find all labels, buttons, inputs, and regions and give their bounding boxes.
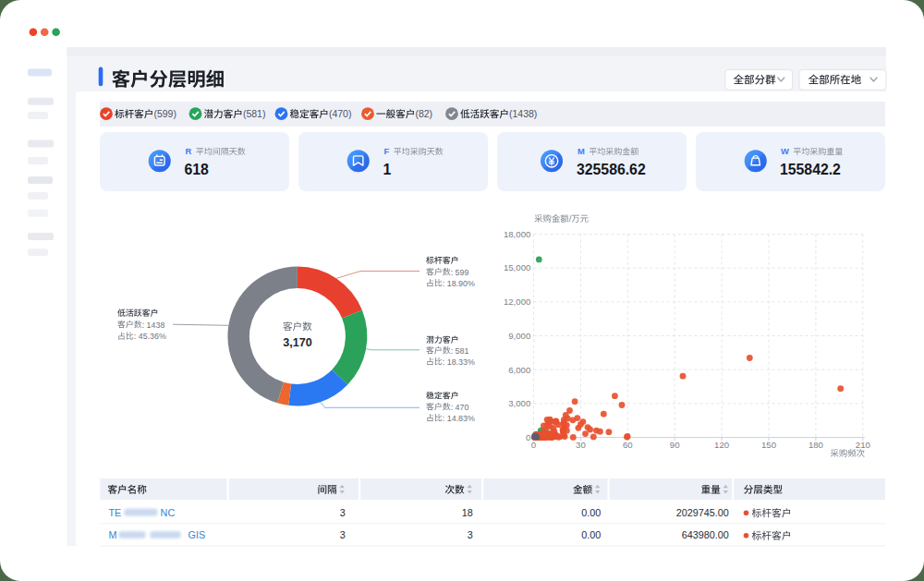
svg-text:: 470: : 470 [451, 403, 469, 412]
svg-text:: 581: : 581 [451, 346, 469, 356]
svg-text:30: 30 [576, 440, 586, 450]
svg-text:: 45.36%: : 45.36% [134, 332, 166, 341]
svg-text:3: 3 [468, 529, 473, 540]
svg-text:6,000: 6,000 [508, 365, 530, 375]
svg-text:150: 150 [761, 440, 776, 450]
svg-text:: 1438: : 1438 [142, 321, 165, 330]
svg-text:: 18.33%: : 18.33% [443, 357, 475, 367]
svg-text:: 18.90%: : 18.90% [443, 279, 475, 288]
svg-text:1: 1 [383, 162, 392, 177]
svg-text:(82): (82) [415, 108, 432, 119]
svg-text:90: 90 [670, 440, 680, 450]
svg-text:R: R [186, 146, 192, 156]
svg-text:18: 18 [462, 507, 473, 518]
svg-text:TE: TE [109, 507, 122, 518]
svg-text:9,000: 9,000 [508, 331, 530, 341]
svg-text:W: W [781, 146, 789, 156]
svg-text:(470): (470) [329, 108, 352, 119]
svg-text:3: 3 [340, 507, 346, 518]
svg-text:M: M [578, 146, 585, 156]
svg-text:180: 180 [808, 440, 823, 450]
svg-text:GIS: GIS [188, 529, 206, 540]
svg-text:618: 618 [185, 162, 210, 177]
svg-text:60: 60 [623, 440, 633, 450]
svg-text:NC: NC [161, 507, 176, 518]
svg-text:325586.62: 325586.62 [577, 162, 646, 177]
svg-text:F: F [384, 146, 390, 156]
svg-text:3,170: 3,170 [283, 336, 312, 349]
svg-text:0: 0 [526, 432, 530, 442]
svg-text:120: 120 [714, 440, 729, 450]
svg-text:0.00: 0.00 [581, 529, 601, 540]
svg-text:: 599: : 599 [451, 268, 469, 277]
svg-text:(599): (599) [153, 108, 176, 119]
svg-text:/: / [569, 213, 572, 224]
svg-text:0: 0 [531, 440, 536, 450]
svg-text:12,000: 12,000 [504, 297, 530, 307]
svg-text:(1438): (1438) [509, 108, 537, 119]
svg-text:15,000: 15,000 [504, 262, 530, 272]
svg-text:M: M [109, 529, 117, 540]
svg-text:643980.00: 643980.00 [682, 529, 729, 540]
svg-text:3,000: 3,000 [508, 398, 530, 408]
svg-text:(581): (581) [243, 108, 266, 119]
svg-text:155842.2: 155842.2 [780, 162, 841, 177]
svg-text:18,000: 18,000 [504, 229, 530, 239]
svg-text:: 14.83%: : 14.83% [443, 414, 475, 423]
svg-text:0.00: 0.00 [581, 507, 601, 518]
svg-text:3: 3 [340, 529, 346, 540]
svg-text:210: 210 [856, 440, 870, 450]
svg-text:2029745.00: 2029745.00 [676, 507, 729, 518]
